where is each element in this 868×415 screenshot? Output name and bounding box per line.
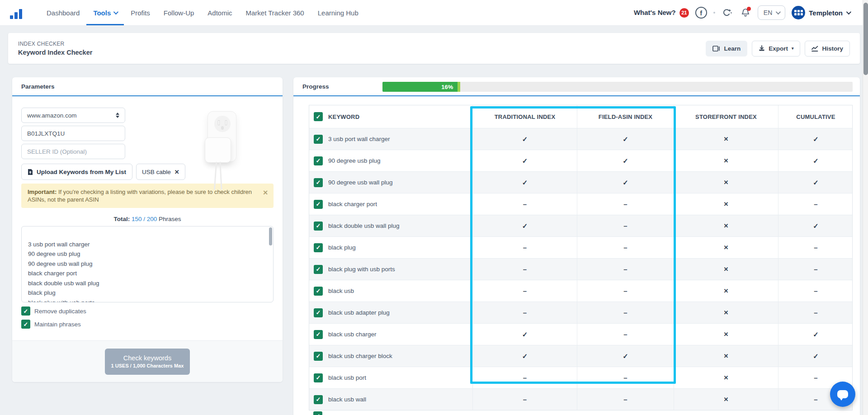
- row-checkbox[interactable]: ✓: [314, 265, 323, 274]
- option-remove-duplicates: ✓Remove duplicates: [21, 307, 274, 316]
- keyword-cell: ✓black double usb wall plug: [309, 215, 473, 236]
- row-checkbox[interactable]: ✓: [314, 330, 323, 339]
- keyword-header-cell: ✓ KEYWORD: [309, 105, 473, 128]
- learn-button[interactable]: Learn: [706, 41, 747, 57]
- chevron-down-icon: [113, 9, 118, 14]
- keyword-label: black charger port: [328, 201, 377, 208]
- nav-item-dashboard[interactable]: Dashboard: [40, 0, 86, 25]
- keyword-cell: ✓black usb port: [309, 367, 473, 388]
- row-checkbox[interactable]: ✓: [314, 308, 323, 317]
- checkbox[interactable]: ✓: [21, 320, 30, 329]
- nav-item-learning-hub[interactable]: Learning Hub: [311, 0, 365, 25]
- not-indexed-x-icon: ✕: [674, 302, 778, 323]
- row-checkbox[interactable]: ✓: [314, 178, 323, 187]
- marketplace-select[interactable]: www.amazon.com: [21, 108, 125, 123]
- nav-separator-dot: [713, 12, 715, 14]
- parameters-body: www.amazon.com Upload Keywords from My L…: [12, 96, 283, 329]
- table-row: ✓black charger port––✕–: [309, 193, 852, 215]
- row-checkbox[interactable]: ✓: [314, 352, 323, 361]
- keyword-cell: ✓black usb charger block: [309, 345, 473, 367]
- chart-line-icon: [811, 46, 818, 52]
- warning-close-icon[interactable]: ✕: [263, 189, 268, 197]
- row-checkbox[interactable]: ✓: [314, 373, 323, 382]
- no-data-dash-icon: –: [577, 193, 674, 215]
- seller-id-input[interactable]: [21, 144, 125, 159]
- row-checkbox[interactable]: ✓: [314, 243, 323, 252]
- indexed-check-icon: ✓: [778, 128, 853, 150]
- row-checkbox[interactable]: ✓: [314, 287, 323, 296]
- cumulative-header-cell: CUMULATIVE: [778, 105, 853, 128]
- chip-remove-icon[interactable]: ✕: [175, 169, 179, 175]
- table-row: ✓3 usb port wall charger✓✓✕✓: [309, 128, 852, 150]
- keyword-cell: ✓90 degree usb plug: [309, 150, 473, 171]
- table-row: ✓black usb––✕–: [309, 280, 852, 302]
- row-checkbox[interactable]: ✓: [313, 411, 322, 415]
- no-data-dash-icon: –: [778, 259, 853, 280]
- indexed-check-icon: ✓: [473, 215, 577, 236]
- results-table: ✓ KEYWORD TRADITIONAL INDEX FIELD-ASIN I…: [309, 105, 853, 410]
- page-scrollbar-thumb[interactable]: [863, 3, 868, 75]
- whats-new-link[interactable]: What's New? 21: [634, 8, 689, 18]
- avatar: [792, 6, 805, 19]
- tool-category: INDEX CHECKER: [18, 41, 92, 47]
- no-data-dash-icon: –: [577, 389, 674, 410]
- total-count-link[interactable]: 150 / 200: [132, 216, 157, 222]
- row-checkbox[interactable]: ✓: [314, 395, 323, 404]
- not-indexed-x-icon: ✕: [674, 193, 778, 215]
- nav-item-profits[interactable]: Profits: [124, 0, 157, 25]
- facebook-icon[interactable]: f: [695, 7, 707, 19]
- textarea-scrollbar-thumb[interactable]: [269, 227, 272, 245]
- video-icon: [712, 46, 720, 52]
- history-button[interactable]: History: [805, 41, 850, 57]
- select-all-checkbox[interactable]: ✓: [314, 112, 323, 121]
- nav-item-adtomic[interactable]: Adtomic: [201, 0, 239, 25]
- file-icon: [28, 169, 33, 175]
- chat-launcher-button[interactable]: [830, 382, 855, 407]
- table-row: ✓black plug––✕–: [309, 236, 852, 258]
- phrase-total: Total: 150 / 200 Phrases: [21, 216, 274, 222]
- table-row: ✓black double usb wall plug✓–✕✓: [309, 215, 852, 236]
- table-row: ✓90 degree usb plug✓✓✕✓: [309, 150, 852, 171]
- learn-label: Learn: [724, 45, 741, 52]
- page-scrollbar[interactable]: [863, 0, 868, 415]
- row-checkbox[interactable]: ✓: [314, 222, 323, 231]
- nav-right-cluster: What's New? 21 f EN Templeton: [634, 0, 868, 25]
- indexed-check-icon: ✓: [778, 324, 853, 345]
- progress-label: Progress: [302, 83, 329, 90]
- tool-header-titles: INDEX CHECKER Keyword Index Checker: [18, 41, 92, 56]
- keywords-text: 3 usb port wall charger 90 degree usb pl…: [28, 241, 99, 303]
- nav-item-tools[interactable]: Tools: [86, 0, 124, 25]
- keyword-chip: USB cable ✕: [136, 164, 185, 180]
- parameters-panel-header: Parameters: [12, 77, 283, 96]
- not-indexed-x-icon: ✕: [674, 259, 778, 280]
- checkbox[interactable]: ✓: [21, 307, 30, 316]
- column-header: FIELD-ASIN INDEX: [599, 113, 652, 120]
- keyword-label: black usb port: [328, 374, 366, 381]
- no-data-dash-icon: –: [577, 367, 674, 388]
- check-keywords-button[interactable]: Check keywords 1 USES / 1,000 Characters…: [105, 349, 190, 375]
- progress-header: Progress 16%: [293, 77, 860, 96]
- total-label: Total:: [113, 216, 130, 222]
- no-data-dash-icon: –: [577, 324, 674, 345]
- total-count: 150 / 200: [132, 216, 157, 222]
- sparkle-search-icon[interactable]: [722, 7, 733, 19]
- parameters-footer: Check keywords 1 USES / 1,000 Characters…: [12, 340, 283, 382]
- upload-keywords-button[interactable]: Upload Keywords from My List: [21, 164, 132, 180]
- app-logo-icon[interactable]: [10, 7, 24, 19]
- row-checkbox[interactable]: ✓: [314, 200, 323, 209]
- checkbox-label: Remove duplicates: [34, 308, 86, 315]
- keyword-cell: ✓90 degree usb wall plug: [309, 172, 473, 193]
- row-checkbox[interactable]: ✓: [314, 135, 323, 144]
- asin-input[interactable]: [21, 126, 125, 141]
- keywords-textarea[interactable]: 3 usb port wall charger 90 degree usb pl…: [21, 226, 274, 302]
- account-menu[interactable]: Templeton: [792, 6, 850, 19]
- nav-item-follow-up[interactable]: Follow-Up: [157, 0, 201, 25]
- table-row: ✓black usb adapter plug––✕–: [309, 302, 852, 323]
- indexed-check-icon: ✓: [473, 324, 577, 345]
- notifications-bell-icon[interactable]: [740, 7, 751, 19]
- nav-item-market-tracker-360[interactable]: Market Tracker 360: [239, 0, 311, 25]
- indexed-check-icon: ✓: [577, 345, 674, 367]
- row-checkbox[interactable]: ✓: [314, 156, 323, 165]
- language-selector[interactable]: EN: [758, 5, 785, 20]
- export-button[interactable]: Export ▾: [752, 41, 800, 57]
